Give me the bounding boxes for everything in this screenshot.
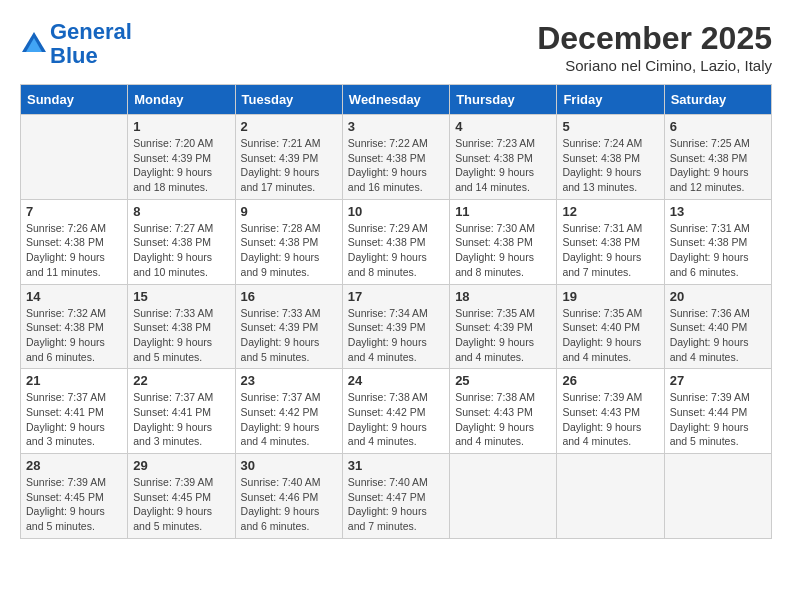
calendar-cell: 6Sunrise: 7:25 AMSunset: 4:38 PMDaylight… — [664, 115, 771, 200]
day-number: 24 — [348, 373, 444, 388]
day-number: 18 — [455, 289, 551, 304]
day-info: Sunrise: 7:24 AMSunset: 4:38 PMDaylight:… — [562, 136, 658, 195]
weekday-header-friday: Friday — [557, 85, 664, 115]
calendar-cell: 8Sunrise: 7:27 AMSunset: 4:38 PMDaylight… — [128, 199, 235, 284]
calendar-cell: 20Sunrise: 7:36 AMSunset: 4:40 PMDayligh… — [664, 284, 771, 369]
day-number: 27 — [670, 373, 766, 388]
day-number: 9 — [241, 204, 337, 219]
calendar-cell: 30Sunrise: 7:40 AMSunset: 4:46 PMDayligh… — [235, 454, 342, 539]
day-info: Sunrise: 7:39 AMSunset: 4:45 PMDaylight:… — [26, 475, 122, 534]
day-number: 4 — [455, 119, 551, 134]
day-number: 21 — [26, 373, 122, 388]
weekday-header-tuesday: Tuesday — [235, 85, 342, 115]
weekday-header-sunday: Sunday — [21, 85, 128, 115]
calendar-week-5: 28Sunrise: 7:39 AMSunset: 4:45 PMDayligh… — [21, 454, 772, 539]
day-number: 15 — [133, 289, 229, 304]
calendar-cell: 21Sunrise: 7:37 AMSunset: 4:41 PMDayligh… — [21, 369, 128, 454]
calendar-cell: 9Sunrise: 7:28 AMSunset: 4:38 PMDaylight… — [235, 199, 342, 284]
calendar-cell: 10Sunrise: 7:29 AMSunset: 4:38 PMDayligh… — [342, 199, 449, 284]
day-number: 3 — [348, 119, 444, 134]
calendar-cell: 17Sunrise: 7:34 AMSunset: 4:39 PMDayligh… — [342, 284, 449, 369]
calendar-cell: 22Sunrise: 7:37 AMSunset: 4:41 PMDayligh… — [128, 369, 235, 454]
calendar-cell: 11Sunrise: 7:30 AMSunset: 4:38 PMDayligh… — [450, 199, 557, 284]
day-number: 29 — [133, 458, 229, 473]
page-header: General Blue December 2025 Soriano nel C… — [20, 20, 772, 74]
day-info: Sunrise: 7:30 AMSunset: 4:38 PMDaylight:… — [455, 221, 551, 280]
day-info: Sunrise: 7:27 AMSunset: 4:38 PMDaylight:… — [133, 221, 229, 280]
calendar-cell: 2Sunrise: 7:21 AMSunset: 4:39 PMDaylight… — [235, 115, 342, 200]
calendar-cell — [450, 454, 557, 539]
day-info: Sunrise: 7:35 AMSunset: 4:40 PMDaylight:… — [562, 306, 658, 365]
day-number: 22 — [133, 373, 229, 388]
calendar-table: SundayMondayTuesdayWednesdayThursdayFrid… — [20, 84, 772, 539]
calendar-cell: 23Sunrise: 7:37 AMSunset: 4:42 PMDayligh… — [235, 369, 342, 454]
logo: General Blue — [20, 20, 132, 68]
weekday-header-row: SundayMondayTuesdayWednesdayThursdayFrid… — [21, 85, 772, 115]
day-info: Sunrise: 7:40 AMSunset: 4:46 PMDaylight:… — [241, 475, 337, 534]
day-info: Sunrise: 7:39 AMSunset: 4:43 PMDaylight:… — [562, 390, 658, 449]
day-info: Sunrise: 7:37 AMSunset: 4:42 PMDaylight:… — [241, 390, 337, 449]
day-info: Sunrise: 7:21 AMSunset: 4:39 PMDaylight:… — [241, 136, 337, 195]
day-number: 12 — [562, 204, 658, 219]
day-number: 17 — [348, 289, 444, 304]
day-info: Sunrise: 7:33 AMSunset: 4:39 PMDaylight:… — [241, 306, 337, 365]
calendar-cell: 16Sunrise: 7:33 AMSunset: 4:39 PMDayligh… — [235, 284, 342, 369]
day-info: Sunrise: 7:37 AMSunset: 4:41 PMDaylight:… — [133, 390, 229, 449]
day-info: Sunrise: 7:35 AMSunset: 4:39 PMDaylight:… — [455, 306, 551, 365]
calendar-cell: 28Sunrise: 7:39 AMSunset: 4:45 PMDayligh… — [21, 454, 128, 539]
day-number: 14 — [26, 289, 122, 304]
calendar-cell — [664, 454, 771, 539]
day-number: 23 — [241, 373, 337, 388]
day-info: Sunrise: 7:28 AMSunset: 4:38 PMDaylight:… — [241, 221, 337, 280]
day-info: Sunrise: 7:29 AMSunset: 4:38 PMDaylight:… — [348, 221, 444, 280]
calendar-cell: 13Sunrise: 7:31 AMSunset: 4:38 PMDayligh… — [664, 199, 771, 284]
calendar-week-3: 14Sunrise: 7:32 AMSunset: 4:38 PMDayligh… — [21, 284, 772, 369]
day-info: Sunrise: 7:38 AMSunset: 4:43 PMDaylight:… — [455, 390, 551, 449]
day-info: Sunrise: 7:36 AMSunset: 4:40 PMDaylight:… — [670, 306, 766, 365]
day-info: Sunrise: 7:39 AMSunset: 4:45 PMDaylight:… — [133, 475, 229, 534]
calendar-cell: 29Sunrise: 7:39 AMSunset: 4:45 PMDayligh… — [128, 454, 235, 539]
day-info: Sunrise: 7:39 AMSunset: 4:44 PMDaylight:… — [670, 390, 766, 449]
weekday-header-thursday: Thursday — [450, 85, 557, 115]
day-info: Sunrise: 7:33 AMSunset: 4:38 PMDaylight:… — [133, 306, 229, 365]
day-info: Sunrise: 7:31 AMSunset: 4:38 PMDaylight:… — [562, 221, 658, 280]
title-block: December 2025 Soriano nel Cimino, Lazio,… — [537, 20, 772, 74]
day-number: 13 — [670, 204, 766, 219]
day-number: 28 — [26, 458, 122, 473]
calendar-cell: 27Sunrise: 7:39 AMSunset: 4:44 PMDayligh… — [664, 369, 771, 454]
day-info: Sunrise: 7:32 AMSunset: 4:38 PMDaylight:… — [26, 306, 122, 365]
day-number: 7 — [26, 204, 122, 219]
calendar-cell: 24Sunrise: 7:38 AMSunset: 4:42 PMDayligh… — [342, 369, 449, 454]
day-number: 25 — [455, 373, 551, 388]
day-number: 5 — [562, 119, 658, 134]
day-info: Sunrise: 7:31 AMSunset: 4:38 PMDaylight:… — [670, 221, 766, 280]
logo-text: General Blue — [50, 20, 132, 68]
day-number: 19 — [562, 289, 658, 304]
day-info: Sunrise: 7:34 AMSunset: 4:39 PMDaylight:… — [348, 306, 444, 365]
day-number: 26 — [562, 373, 658, 388]
day-info: Sunrise: 7:37 AMSunset: 4:41 PMDaylight:… — [26, 390, 122, 449]
weekday-header-saturday: Saturday — [664, 85, 771, 115]
calendar-week-4: 21Sunrise: 7:37 AMSunset: 4:41 PMDayligh… — [21, 369, 772, 454]
calendar-cell: 1Sunrise: 7:20 AMSunset: 4:39 PMDaylight… — [128, 115, 235, 200]
day-number: 11 — [455, 204, 551, 219]
weekday-header-wednesday: Wednesday — [342, 85, 449, 115]
calendar-cell: 15Sunrise: 7:33 AMSunset: 4:38 PMDayligh… — [128, 284, 235, 369]
day-number: 31 — [348, 458, 444, 473]
day-number: 30 — [241, 458, 337, 473]
calendar-cell: 19Sunrise: 7:35 AMSunset: 4:40 PMDayligh… — [557, 284, 664, 369]
calendar-cell: 26Sunrise: 7:39 AMSunset: 4:43 PMDayligh… — [557, 369, 664, 454]
calendar-cell: 14Sunrise: 7:32 AMSunset: 4:38 PMDayligh… — [21, 284, 128, 369]
day-number: 8 — [133, 204, 229, 219]
calendar-cell — [21, 115, 128, 200]
calendar-cell: 3Sunrise: 7:22 AMSunset: 4:38 PMDaylight… — [342, 115, 449, 200]
month-title: December 2025 — [537, 20, 772, 57]
calendar-week-1: 1Sunrise: 7:20 AMSunset: 4:39 PMDaylight… — [21, 115, 772, 200]
day-number: 2 — [241, 119, 337, 134]
logo-icon — [20, 30, 48, 58]
calendar-cell: 31Sunrise: 7:40 AMSunset: 4:47 PMDayligh… — [342, 454, 449, 539]
calendar-cell: 18Sunrise: 7:35 AMSunset: 4:39 PMDayligh… — [450, 284, 557, 369]
day-number: 6 — [670, 119, 766, 134]
day-number: 10 — [348, 204, 444, 219]
calendar-cell: 25Sunrise: 7:38 AMSunset: 4:43 PMDayligh… — [450, 369, 557, 454]
